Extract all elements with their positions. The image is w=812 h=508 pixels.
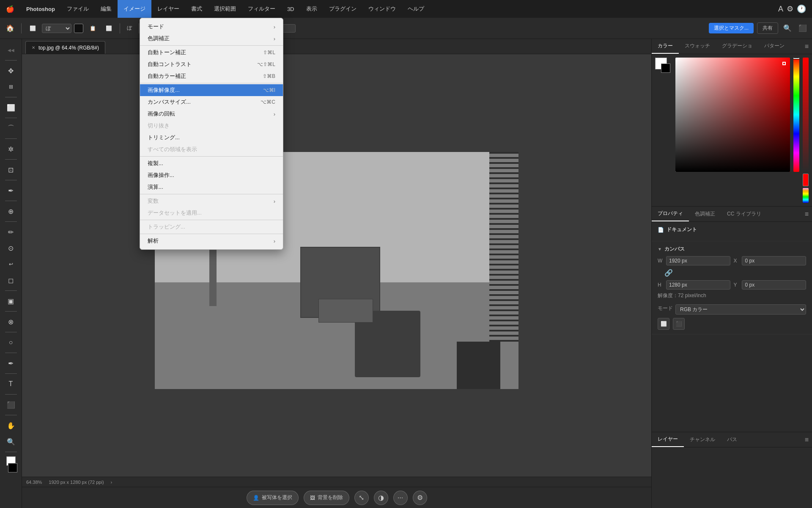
- menu-item-auto-color[interactable]: 自動カラー補正 ⇧⌘B: [140, 70, 283, 82]
- canvas-height-input[interactable]: [666, 280, 730, 290]
- canvas-tab[interactable]: ✕ top.jpg @ 64.4% (RGB/8#): [25, 41, 105, 54]
- image-menu[interactable]: イメージ: [118, 0, 151, 18]
- window-menu[interactable]: ウィンドウ: [362, 0, 402, 18]
- stamp-tool[interactable]: ⊙: [3, 240, 19, 256]
- text-tool[interactable]: T: [3, 376, 19, 392]
- shape-tool[interactable]: ⬛: [3, 397, 19, 412]
- select-mode-dropdown[interactable]: ぼ: [42, 24, 71, 33]
- select-mask-button[interactable]: 選択とマスク...: [709, 23, 754, 33]
- menu-item-canvas-size[interactable]: カンバスサイズ... ⌥⌘C: [140, 96, 283, 108]
- artboard-tool[interactable]: ⊞: [3, 79, 19, 94]
- props-panel-menu[interactable]: ≡: [801, 207, 812, 221]
- search-icon[interactable]: 🔍: [782, 22, 793, 34]
- more-icon-button[interactable]: ···: [393, 491, 408, 505]
- tab-properties[interactable]: プロパティ: [652, 207, 689, 221]
- canvas-portrait-btn[interactable]: ⬜: [658, 318, 669, 330]
- color-panel-menu[interactable]: ≡: [801, 39, 812, 54]
- menu-item-analysis[interactable]: 解析 ›: [140, 235, 283, 247]
- magic-wand-tool[interactable]: ✲: [3, 141, 19, 157]
- layer-menu[interactable]: レイヤー: [151, 0, 185, 18]
- dodge-tool[interactable]: ○: [3, 335, 19, 350]
- background-color-swatch[interactable]: [661, 64, 670, 73]
- menu-item-calculations[interactable]: 演算...: [140, 181, 283, 193]
- view-menu[interactable]: 表示: [300, 0, 323, 18]
- menu-item-adjustments[interactable]: 色調補正 ›: [140, 33, 283, 44]
- help-menu[interactable]: ヘルプ: [402, 0, 430, 18]
- menu-item-auto-contrast[interactable]: 自動コントラスト ⌥⇧⌘L: [140, 58, 283, 70]
- opacity-slider[interactable]: [803, 58, 809, 172]
- hue-bar-container[interactable]: [793, 58, 799, 203]
- select-mode-button[interactable]: ⬜: [26, 22, 39, 35]
- tab-paths[interactable]: パス: [721, 433, 743, 447]
- color-gradient-picker[interactable]: [675, 58, 790, 172]
- menu-item-image-size[interactable]: 画像解像度... ⌥⌘I: [140, 84, 283, 96]
- crop-tool[interactable]: ⊡: [3, 162, 19, 177]
- share-button[interactable]: 共有: [757, 22, 778, 34]
- document-section-header[interactable]: 📄 ドキュメント: [658, 226, 806, 233]
- color-gradient-container[interactable]: [675, 58, 790, 203]
- tab-swatches[interactable]: スウォッチ: [679, 39, 716, 54]
- file-menu[interactable]: ファイル: [61, 0, 95, 18]
- color-mode-select[interactable]: RGB カラー: [675, 304, 806, 315]
- zoom-tool[interactable]: 🔍: [3, 434, 19, 449]
- tab-color[interactable]: カラー: [652, 39, 679, 54]
- menu-item-duplicate[interactable]: 複製...: [140, 157, 283, 169]
- settings-icon[interactable]: ⚙: [787, 4, 793, 14]
- background-swatch[interactable]: [8, 463, 17, 472]
- add-layer-btn[interactable]: 📋: [86, 22, 99, 35]
- type-menu[interactable]: 書式: [185, 0, 208, 18]
- panel-layout-icon[interactable]: ⬛: [797, 22, 809, 34]
- select-subject-button[interactable]: 👤 被写体を選択: [247, 491, 299, 505]
- canvas-landscape-btn[interactable]: ⬛: [673, 318, 685, 330]
- tab-channels[interactable]: チャンネル: [684, 433, 721, 447]
- move-tool[interactable]: ✥: [3, 63, 19, 78]
- 3d-menu[interactable]: 3D: [281, 0, 300, 18]
- tab-gradients[interactable]: グラデーショ: [716, 39, 758, 54]
- canvas-tab-close[interactable]: ✕: [32, 45, 35, 50]
- expand-tools-icon[interactable]: ◀◀: [3, 42, 19, 58]
- menu-item-auto-tone[interactable]: 自動トーン補正 ⇧⌘L: [140, 47, 283, 58]
- layers-panel-menu[interactable]: ≡: [801, 433, 812, 447]
- canvas-y-input[interactable]: [742, 280, 806, 290]
- clock-icon[interactable]: 🕐: [797, 4, 806, 14]
- edit-menu[interactable]: 編集: [95, 0, 118, 18]
- plugins-menu[interactable]: プラグイン: [323, 0, 362, 18]
- tab-layers[interactable]: レイヤー: [652, 432, 684, 447]
- menu-item-mode[interactable]: モード ›: [140, 21, 283, 33]
- gradient-tool[interactable]: ▣: [3, 293, 19, 309]
- settings-icon-button[interactable]: ⚙: [413, 491, 427, 505]
- tab-patterns[interactable]: パターン: [758, 39, 790, 54]
- healing-tool[interactable]: ⊕: [3, 204, 19, 219]
- rect-select-tool[interactable]: ⬜: [3, 100, 19, 115]
- select-menu[interactable]: 選択範囲: [208, 0, 242, 18]
- photoshop-menu[interactable]: Photoshop: [20, 0, 61, 18]
- eraser-tool[interactable]: ◻: [3, 273, 19, 288]
- link-dimensions-icon[interactable]: 🔗: [664, 269, 673, 277]
- pen-tool[interactable]: ✒: [3, 356, 19, 371]
- info-arrow[interactable]: ›: [111, 480, 112, 485]
- lasso-tool[interactable]: ⌒: [3, 121, 19, 136]
- menu-item-trim[interactable]: トリミング...: [140, 132, 283, 144]
- hue-slider[interactable]: [793, 58, 799, 172]
- canvas-section-header[interactable]: ▼ カンバス: [658, 246, 806, 253]
- menu-item-apply-image[interactable]: 画像操作...: [140, 169, 283, 181]
- apple-logo-icon[interactable]: 🍎: [0, 5, 20, 13]
- tab-adjustments[interactable]: 色調補正: [689, 207, 721, 221]
- invert-icon-button[interactable]: ◑: [374, 491, 388, 505]
- resize-icon-button[interactable]: ⤡: [354, 491, 369, 505]
- home-button[interactable]: 🏠: [3, 22, 17, 35]
- history-brush-tool[interactable]: ↩: [3, 257, 19, 272]
- hand-tool[interactable]: ✋: [3, 418, 19, 433]
- canvas-width-input[interactable]: [666, 256, 730, 265]
- filter-menu[interactable]: フィルター: [242, 0, 281, 18]
- eyedropper-tool[interactable]: ✒: [3, 183, 19, 198]
- blur-tool[interactable]: ⊗: [3, 314, 19, 329]
- remove-background-button[interactable]: 🖼 背景を削除: [304, 491, 349, 505]
- canvas-x-input[interactable]: [742, 256, 806, 265]
- tab-cc-libraries[interactable]: CC ライブラリ: [721, 207, 767, 221]
- menu-item-image-rotation[interactable]: 画像の回転 ›: [140, 108, 283, 120]
- font-icon[interactable]: A: [778, 5, 783, 14]
- foreground-color-btn[interactable]: [74, 24, 83, 33]
- brush-tool[interactable]: ✏: [3, 224, 19, 240]
- frame-btn[interactable]: ⬜: [102, 22, 115, 35]
